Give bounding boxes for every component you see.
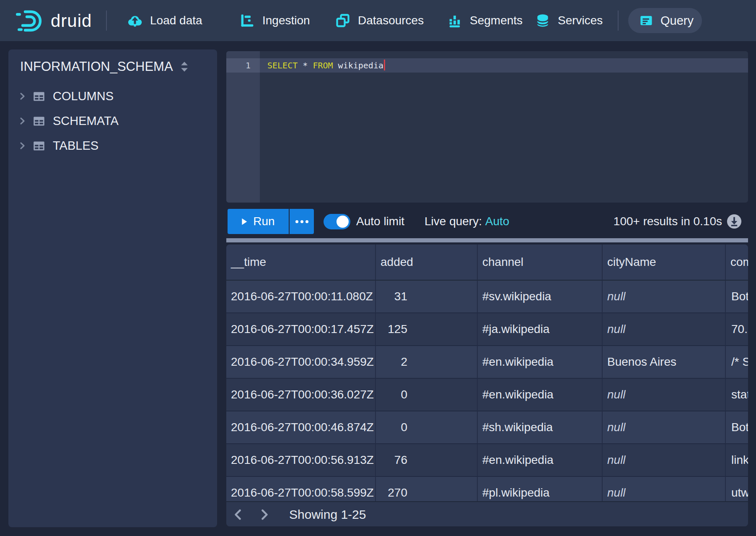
cell-comment: /* S [726, 346, 748, 379]
services-icon [535, 13, 550, 28]
table-icon [33, 90, 45, 103]
query-console-icon [639, 13, 653, 28]
play-icon [241, 218, 247, 225]
tree-item-tables[interactable]: TABLES [8, 133, 217, 158]
nav-item-label: Segments [470, 14, 523, 27]
druid-logo[interactable] [16, 9, 44, 33]
sql-identifier: wikipedia [338, 60, 383, 70]
schema-sidebar: INFORMATION_SCHEMA COLUMNS SCHEMATA [8, 49, 217, 527]
sql-text[interactable]: SELECT * FROM wikipedia [267, 58, 385, 73]
chevron-right-icon[interactable] [18, 117, 27, 125]
results-header: __time added channel cityName comment [226, 245, 748, 281]
cell-added: 31 [376, 281, 478, 313]
chevron-right-icon[interactable] [18, 92, 27, 100]
column-header-channel[interactable]: channel [478, 245, 603, 281]
table-icon [33, 115, 45, 127]
druid-logo-icon [16, 9, 44, 33]
text-cursor [384, 60, 385, 70]
column-header-added[interactable]: added [376, 245, 478, 281]
cell-added: 76 [376, 444, 478, 477]
panel-resize-divider[interactable] [226, 238, 748, 242]
navbar: druid Load data Ingestion Datasources [0, 0, 756, 41]
prev-page-button[interactable] [230, 502, 246, 526]
run-button-label: Run [253, 215, 274, 228]
nav-item-load-data[interactable]: Load data [127, 0, 202, 41]
sql-editor[interactable]: 1 SELECT * FROM wikipedia [226, 51, 748, 203]
next-page-button[interactable] [256, 502, 273, 526]
cell-cityname: null [603, 411, 726, 444]
cell-time: 2016-06-27T00:00:34.959Z [226, 346, 376, 379]
cell-time: 2016-06-27T00:00:17.457Z [226, 313, 376, 346]
nav-item-datasources[interactable]: Datasources [335, 0, 424, 41]
cell-channel: #en.wikipedia [478, 346, 603, 379]
table-row: 2016-06-27T00:00:17.457Z 125 #ja.wikiped… [226, 313, 748, 346]
run-button[interactable]: Run [228, 209, 289, 234]
table-icon [33, 140, 45, 152]
cell-cityname: null [603, 379, 726, 411]
run-more-button[interactable] [290, 209, 314, 234]
column-header-time[interactable]: __time [226, 245, 376, 281]
cell-channel: #ja.wikipedia [478, 313, 603, 346]
cloud-upload-icon [127, 13, 142, 28]
chevron-right-icon[interactable] [18, 142, 27, 150]
nav-item-label: Query [660, 14, 694, 28]
brand-name: druid [51, 11, 92, 31]
cell-channel: #en.wikipedia [478, 444, 603, 477]
pagination-label: Showing 1-25 [289, 502, 366, 526]
cell-added: 0 [376, 411, 478, 444]
cell-cityname: Buenos Aires [603, 346, 726, 379]
cell-cityname: null [603, 313, 726, 346]
table-row: 2016-06-27T00:00:11.080Z 31 #sv.wikipedi… [226, 281, 748, 313]
live-query-label: Live query: Auto [425, 209, 509, 234]
nav-item-query[interactable]: Query [628, 8, 702, 33]
pagination-bar: Showing 1-25 [226, 501, 748, 526]
schema-select[interactable]: INFORMATION_SCHEMA [8, 49, 217, 75]
cell-comment: 70.1 [726, 313, 748, 346]
schema-tree: COLUMNS SCHEMATA TABLES [8, 84, 217, 158]
nav-item-services[interactable]: Services [535, 0, 603, 41]
auto-limit-label: Auto limit [356, 209, 404, 234]
sql-keyword: FROM [313, 60, 333, 70]
sql-keyword: SELECT [267, 60, 298, 70]
cell-cityname: null [603, 281, 726, 313]
double-caret-icon [178, 59, 191, 75]
segments-icon [447, 13, 462, 28]
ingestion-icon [240, 13, 255, 28]
tree-item-label: TABLES [53, 139, 98, 153]
column-header-comment[interactable]: comment [726, 245, 748, 281]
schema-select-value: INFORMATION_SCHEMA [20, 59, 173, 74]
nav-separator [106, 10, 107, 31]
nav-item-label: Ingestion [262, 14, 310, 27]
cell-time: 2016-06-27T00:00:11.080Z [226, 281, 376, 313]
nav-item-segments[interactable]: Segments [447, 0, 523, 41]
live-query-value[interactable]: Auto [485, 215, 510, 228]
datasources-icon [335, 13, 350, 28]
cell-added: 0 [376, 379, 478, 411]
cell-comment: stat [726, 379, 748, 411]
cell-comment: link [726, 444, 748, 477]
cell-channel: #sh.wikipedia [478, 411, 603, 444]
cell-channel: #en.wikipedia [478, 379, 603, 411]
cell-comment: Bot [726, 281, 748, 313]
editor-gutter [226, 51, 260, 203]
cell-time: 2016-06-27T00:00:36.027Z [226, 379, 376, 411]
tree-item-columns[interactable]: COLUMNS [8, 84, 217, 109]
nav-item-label: Services [558, 14, 603, 27]
column-header-cityname[interactable]: cityName [603, 245, 726, 281]
table-row: 2016-06-27T00:00:36.027Z 0 #en.wikipedia… [226, 379, 748, 411]
results-summary: 100+ results in 0.10s [614, 209, 722, 234]
nav-item-ingestion[interactable]: Ingestion [240, 0, 310, 41]
cell-time: 2016-06-27T00:00:46.874Z [226, 411, 376, 444]
nav-item-label: Load data [150, 14, 202, 27]
run-toolbar: Run Auto limit Live query: Auto 100+ res… [226, 209, 748, 234]
cell-added: 125 [376, 313, 478, 346]
sql-star: * [303, 60, 308, 70]
results-panel: __time added channel cityName comment 20… [226, 245, 748, 526]
cell-comment: Bot [726, 411, 748, 444]
download-icon[interactable] [726, 213, 742, 229]
tree-item-label: SCHEMATA [53, 114, 119, 128]
tree-item-label: COLUMNS [53, 89, 114, 103]
auto-limit-toggle[interactable] [324, 214, 350, 229]
tree-item-schemata[interactable]: SCHEMATA [8, 109, 217, 133]
table-row: 2016-06-27T00:00:46.874Z 0 #sh.wikipedia… [226, 411, 748, 444]
